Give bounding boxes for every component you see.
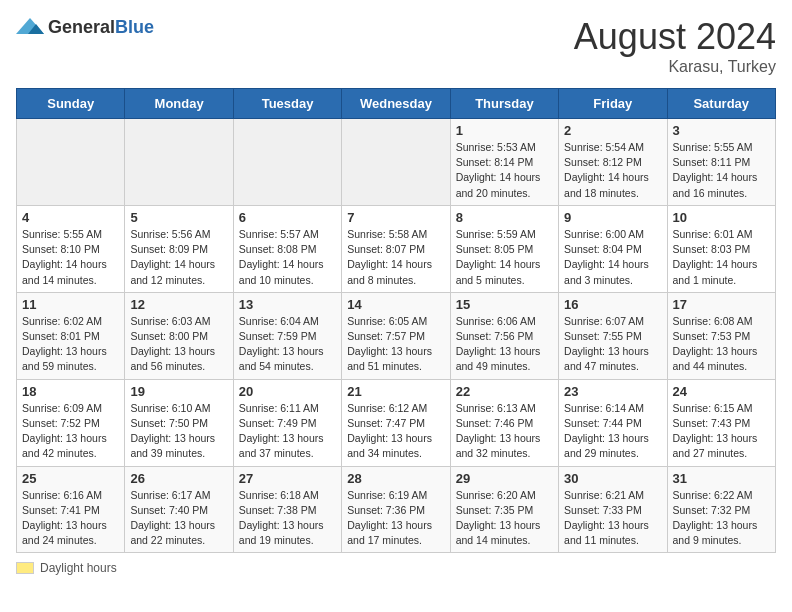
cell-sun-info: Sunrise: 6:02 AM Sunset: 8:01 PM Dayligh… [22,314,119,375]
day-number: 11 [22,297,119,312]
calendar-cell: 24Sunrise: 6:15 AM Sunset: 7:43 PM Dayli… [667,379,775,466]
cell-sun-info: Sunrise: 6:00 AM Sunset: 8:04 PM Dayligh… [564,227,661,288]
calendar-cell: 3Sunrise: 5:55 AM Sunset: 8:11 PM Daylig… [667,119,775,206]
daylight-swatch [16,562,34,574]
month-year: August 2024 [574,16,776,58]
cell-sun-info: Sunrise: 6:08 AM Sunset: 7:53 PM Dayligh… [673,314,770,375]
day-number: 25 [22,471,119,486]
calendar-cell [342,119,450,206]
day-number: 30 [564,471,661,486]
day-number: 16 [564,297,661,312]
day-header-monday: Monday [125,89,233,119]
cell-sun-info: Sunrise: 6:13 AM Sunset: 7:46 PM Dayligh… [456,401,553,462]
calendar-cell: 19Sunrise: 6:10 AM Sunset: 7:50 PM Dayli… [125,379,233,466]
calendar-cell: 8Sunrise: 5:59 AM Sunset: 8:05 PM Daylig… [450,205,558,292]
logo: GeneralBlue [16,16,154,38]
calendar-cell: 29Sunrise: 6:20 AM Sunset: 7:35 PM Dayli… [450,466,558,553]
cell-sun-info: Sunrise: 6:17 AM Sunset: 7:40 PM Dayligh… [130,488,227,549]
cell-sun-info: Sunrise: 6:09 AM Sunset: 7:52 PM Dayligh… [22,401,119,462]
cell-sun-info: Sunrise: 5:55 AM Sunset: 8:11 PM Dayligh… [673,140,770,201]
calendar-cell [125,119,233,206]
day-number: 28 [347,471,444,486]
calendar-cell: 9Sunrise: 6:00 AM Sunset: 8:04 PM Daylig… [559,205,667,292]
day-header-friday: Friday [559,89,667,119]
calendar-cell: 31Sunrise: 6:22 AM Sunset: 7:32 PM Dayli… [667,466,775,553]
calendar-cell [17,119,125,206]
week-row-3: 11Sunrise: 6:02 AM Sunset: 8:01 PM Dayli… [17,292,776,379]
calendar-cell: 27Sunrise: 6:18 AM Sunset: 7:38 PM Dayli… [233,466,341,553]
day-header-tuesday: Tuesday [233,89,341,119]
calendar-cell: 25Sunrise: 6:16 AM Sunset: 7:41 PM Dayli… [17,466,125,553]
calendar-cell: 11Sunrise: 6:02 AM Sunset: 8:01 PM Dayli… [17,292,125,379]
cell-sun-info: Sunrise: 6:03 AM Sunset: 8:00 PM Dayligh… [130,314,227,375]
cell-sun-info: Sunrise: 6:16 AM Sunset: 7:41 PM Dayligh… [22,488,119,549]
day-number: 8 [456,210,553,225]
logo-general: General [48,17,115,37]
calendar-cell: 22Sunrise: 6:13 AM Sunset: 7:46 PM Dayli… [450,379,558,466]
day-number: 5 [130,210,227,225]
day-header-saturday: Saturday [667,89,775,119]
footer: Daylight hours [16,561,776,575]
calendar-cell: 26Sunrise: 6:17 AM Sunset: 7:40 PM Dayli… [125,466,233,553]
day-number: 2 [564,123,661,138]
day-number: 1 [456,123,553,138]
calendar-cell [233,119,341,206]
day-number: 18 [22,384,119,399]
cell-sun-info: Sunrise: 6:01 AM Sunset: 8:03 PM Dayligh… [673,227,770,288]
day-number: 14 [347,297,444,312]
cell-sun-info: Sunrise: 6:15 AM Sunset: 7:43 PM Dayligh… [673,401,770,462]
day-number: 23 [564,384,661,399]
calendar-cell: 13Sunrise: 6:04 AM Sunset: 7:59 PM Dayli… [233,292,341,379]
cell-sun-info: Sunrise: 5:56 AM Sunset: 8:09 PM Dayligh… [130,227,227,288]
day-number: 19 [130,384,227,399]
cell-sun-info: Sunrise: 6:18 AM Sunset: 7:38 PM Dayligh… [239,488,336,549]
calendar-cell: 17Sunrise: 6:08 AM Sunset: 7:53 PM Dayli… [667,292,775,379]
day-header-wednesday: Wednesday [342,89,450,119]
cell-sun-info: Sunrise: 6:22 AM Sunset: 7:32 PM Dayligh… [673,488,770,549]
day-number: 6 [239,210,336,225]
cell-sun-info: Sunrise: 5:53 AM Sunset: 8:14 PM Dayligh… [456,140,553,201]
day-header-sunday: Sunday [17,89,125,119]
cell-sun-info: Sunrise: 6:10 AM Sunset: 7:50 PM Dayligh… [130,401,227,462]
day-number: 29 [456,471,553,486]
calendar-cell: 20Sunrise: 6:11 AM Sunset: 7:49 PM Dayli… [233,379,341,466]
generalblue-logo-icon [16,16,44,38]
day-number: 9 [564,210,661,225]
day-number: 20 [239,384,336,399]
footer-label: Daylight hours [40,561,117,575]
cell-sun-info: Sunrise: 6:11 AM Sunset: 7:49 PM Dayligh… [239,401,336,462]
cell-sun-info: Sunrise: 6:07 AM Sunset: 7:55 PM Dayligh… [564,314,661,375]
calendar-cell: 1Sunrise: 5:53 AM Sunset: 8:14 PM Daylig… [450,119,558,206]
day-number: 7 [347,210,444,225]
day-number: 27 [239,471,336,486]
cell-sun-info: Sunrise: 5:58 AM Sunset: 8:07 PM Dayligh… [347,227,444,288]
cell-sun-info: Sunrise: 5:59 AM Sunset: 8:05 PM Dayligh… [456,227,553,288]
cell-sun-info: Sunrise: 6:20 AM Sunset: 7:35 PM Dayligh… [456,488,553,549]
calendar-table: SundayMondayTuesdayWednesdayThursdayFrid… [16,88,776,553]
calendar-cell: 18Sunrise: 6:09 AM Sunset: 7:52 PM Dayli… [17,379,125,466]
day-number: 10 [673,210,770,225]
calendar-cell: 14Sunrise: 6:05 AM Sunset: 7:57 PM Dayli… [342,292,450,379]
cell-sun-info: Sunrise: 6:04 AM Sunset: 7:59 PM Dayligh… [239,314,336,375]
calendar-cell: 6Sunrise: 5:57 AM Sunset: 8:08 PM Daylig… [233,205,341,292]
calendar-cell: 21Sunrise: 6:12 AM Sunset: 7:47 PM Dayli… [342,379,450,466]
week-row-4: 18Sunrise: 6:09 AM Sunset: 7:52 PM Dayli… [17,379,776,466]
calendar-cell: 30Sunrise: 6:21 AM Sunset: 7:33 PM Dayli… [559,466,667,553]
day-number: 17 [673,297,770,312]
day-header-thursday: Thursday [450,89,558,119]
calendar-cell: 10Sunrise: 6:01 AM Sunset: 8:03 PM Dayli… [667,205,775,292]
calendar-cell: 5Sunrise: 5:56 AM Sunset: 8:09 PM Daylig… [125,205,233,292]
cell-sun-info: Sunrise: 6:06 AM Sunset: 7:56 PM Dayligh… [456,314,553,375]
location: Karasu, Turkey [574,58,776,76]
week-row-1: 1Sunrise: 5:53 AM Sunset: 8:14 PM Daylig… [17,119,776,206]
cell-sun-info: Sunrise: 6:21 AM Sunset: 7:33 PM Dayligh… [564,488,661,549]
day-number: 15 [456,297,553,312]
week-row-2: 4Sunrise: 5:55 AM Sunset: 8:10 PM Daylig… [17,205,776,292]
calendar-cell: 7Sunrise: 5:58 AM Sunset: 8:07 PM Daylig… [342,205,450,292]
cell-sun-info: Sunrise: 5:54 AM Sunset: 8:12 PM Dayligh… [564,140,661,201]
title-area: August 2024 Karasu, Turkey [574,16,776,76]
day-number: 4 [22,210,119,225]
calendar-cell: 2Sunrise: 5:54 AM Sunset: 8:12 PM Daylig… [559,119,667,206]
calendar-cell: 23Sunrise: 6:14 AM Sunset: 7:44 PM Dayli… [559,379,667,466]
cell-sun-info: Sunrise: 6:14 AM Sunset: 7:44 PM Dayligh… [564,401,661,462]
